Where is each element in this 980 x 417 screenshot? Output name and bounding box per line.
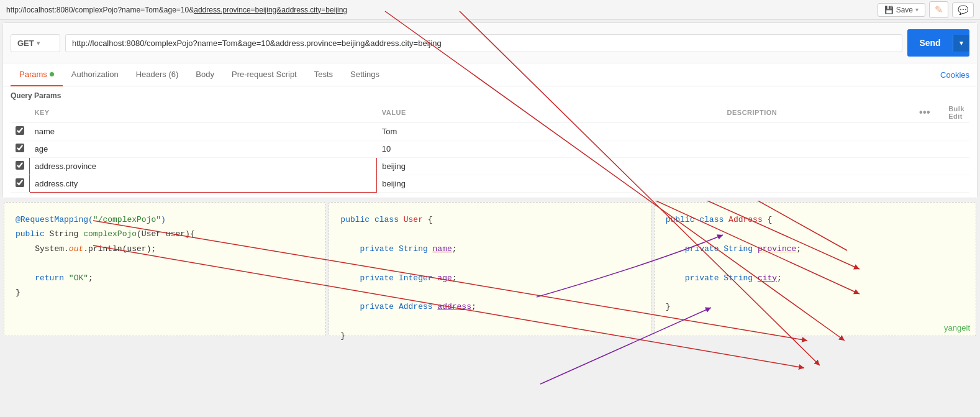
code-span: @RequestMapping(: [16, 215, 93, 224]
save-icon: 💾: [884, 6, 894, 14]
code-panel-address: public class Address { private String pr…: [654, 202, 976, 336]
code-span: Address: [728, 215, 763, 224]
code-span: public: [16, 229, 45, 239]
code-span: complexPojo: [83, 229, 137, 239]
code-line: System.out.println(user);: [16, 242, 314, 256]
request-line: GET ▾ Send ▾: [3, 23, 977, 63]
tab-tests[interactable]: Tests: [306, 63, 342, 86]
code-span: String: [45, 229, 83, 239]
code-span: out: [69, 244, 83, 254]
tab-params[interactable]: Params: [11, 63, 63, 86]
code-line: }: [16, 285, 314, 300]
row-checkbox[interactable]: [16, 144, 24, 152]
code-panel-user: public class User { private String name;…: [329, 202, 651, 336]
code-span: return: [35, 273, 69, 283]
code-span: ;: [452, 244, 457, 254]
key-cell-highlighted: address.city: [30, 175, 377, 193]
tab-headers[interactable]: Headers (6): [127, 63, 188, 86]
cookies-link[interactable]: Cookies: [940, 70, 969, 80]
code-span: ): [161, 215, 166, 224]
code-line: private Address address;: [340, 300, 639, 314]
code-span: private Integer: [340, 273, 437, 283]
code-span: }: [16, 288, 20, 297]
row-checkbox[interactable]: [16, 126, 24, 135]
code-line: private String city;: [666, 271, 964, 285]
code-span: private String: [666, 244, 758, 254]
method-label: GET: [17, 39, 34, 48]
code-line: }: [340, 329, 639, 343]
row-checkbox-cell[interactable]: [11, 158, 30, 175]
url-input[interactable]: [65, 34, 902, 52]
save-label: Save: [896, 6, 913, 14]
code-line: private String province;: [666, 242, 964, 256]
send-button[interactable]: Send ▾: [907, 29, 969, 57]
save-button[interactable]: 💾 Save ▾: [878, 3, 925, 17]
comment-icon-button[interactable]: 💬: [952, 2, 974, 17]
settings-tab-label: Settings: [350, 70, 379, 79]
table-row-highlighted: address.city beijing: [11, 175, 969, 193]
code-span: private String: [666, 273, 758, 283]
code-line: [666, 227, 964, 241]
key-cell-highlighted: address.province: [30, 158, 377, 175]
bulk-edit-header[interactable]: Bulk Edit: [943, 103, 969, 123]
code-line: public class User {: [340, 213, 639, 227]
row-checkbox[interactable]: [16, 161, 24, 170]
code-span: age: [437, 273, 451, 283]
code-span: ;: [471, 302, 476, 311]
method-select[interactable]: GET ▾: [11, 34, 60, 52]
code-line: @RequestMapping("/complexPojo"): [16, 213, 314, 227]
code-line: public class Address {: [666, 213, 964, 227]
authorization-tab-label: Authorization: [71, 70, 119, 79]
code-span: ;: [452, 273, 457, 283]
code-span-province: province: [758, 244, 796, 254]
code-panel-controller: @RequestMapping("/complexPojo") public S…: [4, 202, 326, 336]
params-dot: [50, 72, 54, 76]
tab-settings[interactable]: Settings: [342, 63, 388, 86]
code-line: return "OK";: [16, 271, 314, 285]
prerequest-tab-label: Pre-request Script: [232, 70, 297, 79]
tabs-bar: Params Authorization Headers (6) Body Pr…: [3, 63, 977, 86]
code-span: System.: [16, 244, 69, 254]
key-col-header: KEY: [30, 103, 377, 123]
code-line: [16, 256, 314, 270]
code-line: [666, 256, 964, 270]
top-actions: 💾 Save ▾ ✎ 💬: [878, 1, 974, 18]
code-span: public class: [340, 215, 403, 224]
body-tab-label: Body: [196, 70, 214, 79]
code-span: }: [666, 302, 671, 311]
value-cell: 10: [377, 140, 722, 158]
code-span: private String: [340, 244, 432, 254]
tab-authorization[interactable]: Authorization: [63, 63, 127, 86]
row-checkbox[interactable]: [16, 178, 24, 187]
code-span: "/complexPojo": [93, 215, 161, 224]
more-options-icon[interactable]: •••: [919, 107, 930, 117]
code-line: private Integer age;: [340, 271, 639, 285]
edit-icon-button[interactable]: ✎: [929, 1, 948, 18]
annotation-area: @RequestMapping("/complexPojo") public S…: [2, 201, 978, 337]
code-line: [340, 314, 639, 329]
query-params-label: Query Params: [11, 86, 969, 103]
tests-tab-label: Tests: [314, 70, 333, 79]
code-span: [16, 273, 35, 283]
row-checkbox-cell[interactable]: [11, 123, 30, 140]
top-bar: http://localhost:8080/complexPojo?name=T…: [0, 0, 980, 20]
tab-body[interactable]: Body: [187, 63, 223, 86]
desc-cell: [722, 175, 906, 193]
code-span-city: city: [758, 273, 777, 283]
send-label: Send: [907, 34, 953, 52]
row-checkbox-cell[interactable]: [11, 140, 30, 158]
desc-cell: [722, 158, 906, 175]
row-checkbox-cell[interactable]: [11, 175, 30, 193]
code-span: {: [763, 215, 773, 224]
value-cell: Tom: [377, 123, 722, 140]
code-span: ;: [88, 273, 93, 283]
code-span: name: [433, 244, 452, 254]
code-span: User: [404, 215, 423, 224]
tab-prerequest[interactable]: Pre-request Script: [223, 63, 306, 86]
key-cell: age: [30, 140, 377, 158]
code-span: .println(user);: [83, 244, 156, 254]
send-dropdown-icon[interactable]: ▾: [953, 35, 969, 52]
code-span: }: [340, 331, 345, 341]
actions-col-header: •••: [906, 103, 943, 123]
table-row: age 10: [11, 140, 969, 158]
